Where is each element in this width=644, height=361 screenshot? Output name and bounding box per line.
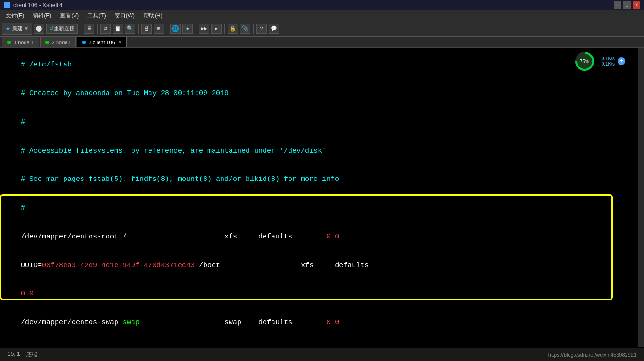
statusbar-left: 15, 1 底端 (8, 351, 37, 359)
tab-node3[interactable]: 2 node3 (40, 37, 76, 47)
tabbar: 1 node 1 2 node3 3 client 106 ✕ (0, 37, 644, 48)
tab-dot-1 (7, 41, 11, 44)
svg-text:75%: 75% (580, 59, 589, 64)
term-text: # Created by anaconda on Tue May 28 00:1… (21, 90, 229, 98)
term-line-3: # (4, 108, 640, 137)
network-indicator: 75% ↑ 0.1K/s ↓ 0.1K/s + (574, 51, 625, 72)
tab-client106[interactable]: 3 client 106 ✕ (77, 37, 127, 47)
menu-window[interactable]: 窗口(W) (111, 11, 139, 21)
menu-help[interactable]: 帮助(H) (140, 11, 166, 21)
term-line-1: # /etc/fstab (4, 51, 640, 80)
term-nums: 0 0 (21, 290, 33, 298)
term-text: # (21, 118, 25, 126)
term-text: # See man pages fstab(5), findfs(8), mou… (21, 175, 339, 183)
menu-tools[interactable]: 工具(T) (83, 11, 109, 21)
net-speeds: ↑ 0.1K/s ↓ 0.1K/s (598, 56, 615, 66)
toolbar-icon-paste[interactable]: 📋 (113, 24, 123, 34)
circle-progress: 75% (574, 51, 595, 72)
scrollbar[interactable] (638, 48, 644, 347)
cursor-position: 15, 1 (8, 351, 20, 359)
close-button[interactable]: ✕ (633, 1, 640, 9)
term-text2: swap defaults (140, 319, 326, 327)
toolbar-icon-clip[interactable]: 📎 (240, 24, 250, 34)
tab-close-3[interactable]: ✕ (118, 40, 122, 45)
statusbar-url: https://blog.csdn.net/weixin453082921 (548, 352, 636, 358)
net-down-speed: ↓ 0.1K/s (598, 61, 615, 66)
term-line-11 (4, 337, 640, 347)
toolbar-icon-1[interactable]: ⬤ (34, 24, 44, 34)
term-nums: 0 0 (326, 233, 339, 241)
term-nums: 0 0 (326, 319, 339, 327)
term-line-9: 0 0 (4, 280, 640, 309)
terminal[interactable]: 75% ↑ 0.1K/s ↓ 0.1K/s + # /etc/fstab # C… (0, 48, 644, 347)
app-icon (4, 2, 10, 8)
term-text: # Accessible filesystems, by reference, … (21, 147, 326, 155)
term-text2: /boot xfs defaults (195, 262, 369, 270)
tab-dot-3 (82, 41, 86, 44)
toolbar-icon-key2[interactable]: ▶ (211, 24, 222, 34)
toolbar: ✦ 新建 ▼ ⬤ ↺ 重新连接 🖥 ⧉ 📋 🔍 🖨 ⊞ 🌐 ★ ▶▶ ▶ 🔒 📎… (0, 21, 644, 37)
reconnect-button[interactable]: ↺ 重新连接 (46, 24, 78, 34)
toolbar-icon-help[interactable]: ? (256, 24, 267, 34)
toolbar-sep-1 (81, 24, 81, 34)
term-line-4: # Accessible filesystems, by reference, … (4, 137, 640, 165)
tab-node1[interactable]: 1 node 1 (2, 37, 39, 47)
reconnect-label: 重新连接 (54, 25, 74, 32)
term-line-2: # Created by anaconda on Tue May 28 00:1… (4, 80, 640, 108)
term-line-5: # See man pages fstab(5), findfs(8), mou… (4, 165, 640, 194)
add-connection-button[interactable]: + (618, 57, 625, 65)
menu-edit[interactable]: 编辑(E) (29, 11, 55, 21)
tab-label-2: 2 node3 (52, 40, 71, 45)
term-uuid: 00f78ea3-42e9-4c1e-949f-470d4371ec43 (42, 262, 195, 270)
term-text: /dev/mapper/centos-swap (21, 319, 123, 327)
toolbar-sep-4 (167, 24, 167, 34)
term-line-6: # (4, 194, 640, 223)
toolbar-icon-globe[interactable]: 🌐 (170, 24, 181, 34)
term-swap: swap (123, 319, 140, 327)
term-line-7: /dev/mapper/centos-root / xfs defaults 0… (4, 223, 640, 252)
toolbar-icon-star[interactable]: ★ (182, 24, 193, 34)
term-line-10: /dev/mapper/centos-swap swap swap defaul… (4, 309, 640, 337)
toolbar-sep-2 (97, 24, 98, 34)
toolbar-icon-key[interactable]: ▶▶ (199, 24, 209, 34)
new-button[interactable]: ✦ 新建 ▼ (2, 23, 32, 35)
edit-mode: 底端 (26, 351, 37, 359)
toolbar-sep-3 (138, 24, 139, 34)
toolbar-icon-find[interactable]: 🔍 (125, 24, 135, 34)
toolbar-icon-chat[interactable]: 💬 (269, 24, 279, 34)
term-text: UUID= (21, 262, 42, 270)
menu-file[interactable]: 文件(F) (2, 11, 28, 21)
toolbar-sep-7 (253, 24, 254, 34)
titlebar-left: client 106 - Xshell 4 (4, 2, 63, 8)
toolbar-icon-lock[interactable]: 🔒 (228, 24, 238, 34)
titlebar-title: client 106 - Xshell 4 (13, 2, 63, 8)
toolbar-icon-monitor[interactable]: 🖥 (84, 24, 94, 34)
toolbar-icon-print2[interactable]: ⊞ (154, 24, 164, 34)
tab-label-1: 1 node 1 (14, 40, 34, 45)
tab-label-3: 3 client 106 (89, 40, 115, 45)
menu-view[interactable]: 查看(V) (56, 11, 83, 21)
statusbar-right: https://blog.csdn.net/weixin453082921 (548, 351, 636, 359)
net-up-speed: ↑ 0.1K/s (598, 56, 615, 61)
toolbar-sep-6 (224, 24, 225, 34)
maximize-button[interactable]: □ (623, 1, 631, 9)
term-text: # (21, 204, 25, 212)
term-line-8: UUID=00f78ea3-42e9-4c1e-949f-470d4371ec4… (4, 251, 640, 280)
toolbar-icon-print[interactable]: 🖨 (141, 24, 152, 34)
new-label: 新建 (12, 25, 23, 32)
statusbar: 15, 1 底端 https://blog.csdn.net/weixin453… (0, 348, 644, 361)
term-text: # /etc/fstab (21, 61, 72, 69)
tab-dot-2 (45, 41, 49, 44)
titlebar: client 106 - Xshell 4 ─ □ ✕ (0, 0, 644, 10)
minimize-button[interactable]: ─ (614, 1, 621, 9)
term-text: /dev/mapper/centos-root / xfs defaults (21, 233, 326, 241)
toolbar-sep-5 (196, 24, 196, 34)
toolbar-icon-copy[interactable]: ⧉ (100, 24, 111, 34)
menubar: 文件(F) 编辑(E) 查看(V) 工具(T) 窗口(W) 帮助(H) (0, 10, 644, 21)
titlebar-controls: ─ □ ✕ (614, 1, 640, 9)
